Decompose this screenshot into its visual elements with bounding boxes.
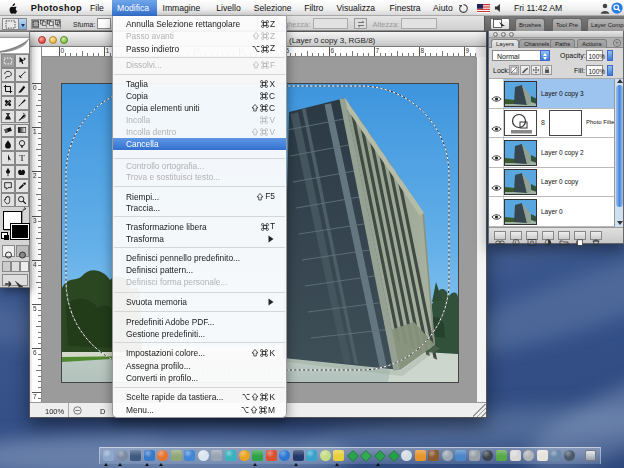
svg-text:f: f (514, 240, 517, 246)
svg-text:T: T (19, 153, 25, 163)
